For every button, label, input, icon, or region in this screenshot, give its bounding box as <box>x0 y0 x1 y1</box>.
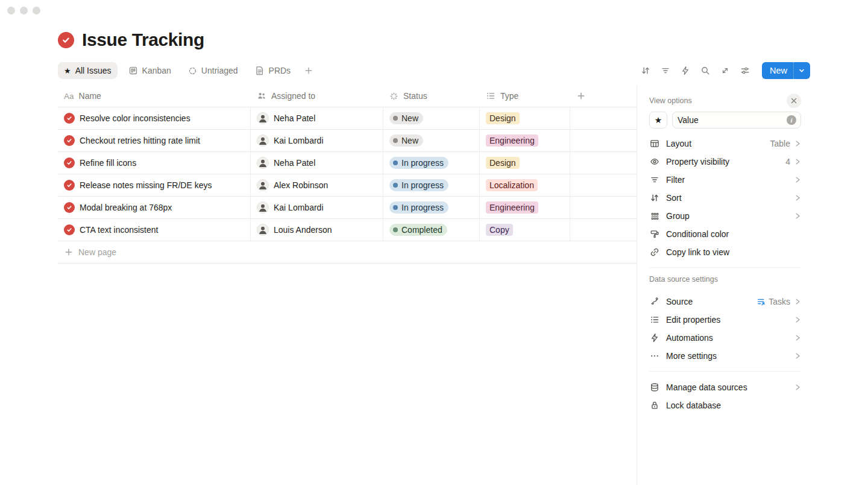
cell-empty[interactable] <box>570 152 637 174</box>
menu-item-label: Filter <box>666 175 790 185</box>
cell-status[interactable]: In progress <box>383 152 480 174</box>
filter-icon[interactable] <box>658 63 674 79</box>
view-tab-label: Kanban <box>142 66 171 75</box>
add-column-button[interactable] <box>570 85 637 107</box>
list-icon <box>650 315 659 325</box>
page-title[interactable]: Issue Tracking <box>82 30 204 50</box>
expand-icon[interactable] <box>717 63 734 79</box>
assignee-name: Neha Patel <box>274 158 315 168</box>
view-tab-untriaged[interactable]: Untriaged <box>182 62 244 79</box>
chevron-right-icon <box>794 194 801 201</box>
cell-status[interactable]: New <box>383 107 480 129</box>
menu-item-lock-database[interactable]: Lock database <box>649 396 801 414</box>
cell-empty[interactable] <box>570 107 637 129</box>
settings-sliders-icon[interactable] <box>737 63 753 79</box>
cell-status[interactable]: In progress <box>383 197 480 218</box>
cell-assigned-to[interactable]: Louis Anderson <box>251 219 383 241</box>
status-label: New <box>401 113 418 123</box>
new-button[interactable]: New <box>762 62 810 79</box>
view-tabs: ★All IssuesKanbanUntriagedPRDs <box>58 62 301 79</box>
plus-icon <box>304 66 313 75</box>
cell-name[interactable]: Release notes missing FR/DE keys <box>58 174 251 196</box>
cell-type[interactable]: Localization <box>480 174 570 196</box>
status-dot-icon <box>393 227 398 232</box>
sort-icon[interactable] <box>638 63 654 79</box>
cell-assigned-to[interactable]: Neha Patel <box>251 152 383 174</box>
avatar <box>257 224 269 236</box>
menu-item-filter[interactable]: Filter <box>649 171 801 189</box>
menu-item-manage-data-sources[interactable]: Manage data sources <box>649 378 801 396</box>
column-header-name[interactable]: AaName <box>58 85 251 107</box>
issue-title: CTA text inconsistent <box>80 225 158 235</box>
menu-item-automations[interactable]: Automations <box>649 329 801 347</box>
chevron-right-icon <box>794 316 801 323</box>
cell-name[interactable]: Refine fill icons <box>58 152 251 174</box>
menu-item-sort[interactable]: Sort <box>649 189 801 207</box>
cell-empty[interactable] <box>570 130 637 151</box>
cell-status[interactable]: In progress <box>383 174 480 196</box>
menu-item-value: Table <box>770 139 790 148</box>
column-header-type[interactable]: Type <box>480 85 570 107</box>
cell-status[interactable]: Completed <box>383 219 480 241</box>
menu-item-property-visibility[interactable]: Property visibility4 <box>649 153 801 171</box>
search-icon[interactable] <box>697 63 714 79</box>
view-name-input[interactable] <box>678 115 787 125</box>
column-header-label: Assigned to <box>271 91 315 101</box>
cell-type[interactable]: Engineering <box>480 197 570 218</box>
view-tab-all-issues[interactable]: ★All Issues <box>58 62 118 79</box>
assignee-name: Kai Lombardi <box>274 203 324 212</box>
table-row: CTA text inconsistentLouis AndersonCompl… <box>58 219 637 241</box>
info-icon[interactable]: i <box>787 115 796 125</box>
view-tab-kanban[interactable]: Kanban <box>122 62 177 79</box>
column-header-assigned-to[interactable]: Assigned to <box>251 85 383 107</box>
menu-item-conditional-color[interactable]: Conditional color <box>649 225 801 243</box>
status-label: In progress <box>401 158 444 168</box>
new-page-row[interactable]: New page <box>58 241 637 264</box>
panel-divider <box>649 267 801 268</box>
close-icon[interactable] <box>787 94 801 108</box>
type-tag: Design <box>486 157 520 169</box>
cell-empty[interactable] <box>570 197 637 218</box>
cell-type[interactable]: Engineering <box>480 130 570 151</box>
table-body: Resolve color inconsistenciesNeha PatelN… <box>58 107 637 241</box>
menu-item-source[interactable]: SourceTasks <box>649 293 801 311</box>
cell-empty[interactable] <box>570 174 637 196</box>
table-row: Refine fill iconsNeha PatelIn progressDe… <box>58 152 637 174</box>
column-header-label: Type <box>500 91 518 101</box>
menu-item-label: Lock database <box>666 401 790 410</box>
cell-assigned-to[interactable]: Kai Lombardi <box>251 197 383 218</box>
cell-name[interactable]: Checkout retries hitting rate limit <box>58 130 251 151</box>
menu-item-label: Group <box>666 211 790 221</box>
menu-item-copy-link-to-view[interactable]: Copy link to view <box>649 243 801 261</box>
window-minimize-button[interactable] <box>20 7 28 14</box>
cell-name[interactable]: CTA text inconsistent <box>58 219 251 241</box>
cell-type[interactable]: Design <box>480 152 570 174</box>
menu-item-more-settings[interactable]: More settings <box>649 347 801 365</box>
cell-type[interactable]: Design <box>480 107 570 129</box>
automations-icon[interactable] <box>678 63 694 79</box>
menu-item-layout[interactable]: LayoutTable <box>649 135 801 153</box>
cell-assigned-to[interactable]: Neha Patel <box>251 107 383 129</box>
chevron-down-icon[interactable] <box>793 62 810 79</box>
window-close-button[interactable] <box>7 7 15 14</box>
window-zoom-button[interactable] <box>33 7 40 14</box>
avatar <box>257 157 269 169</box>
toolbar-icons <box>638 63 753 79</box>
issue-title: Release notes missing FR/DE keys <box>80 180 212 190</box>
menu-item-edit-properties[interactable]: Edit properties <box>649 311 801 329</box>
cell-assigned-to[interactable]: Alex Robinson <box>251 174 383 196</box>
cell-name[interactable]: Resolve color inconsistencies <box>58 107 251 129</box>
chevron-right-icon <box>794 158 801 165</box>
cell-empty[interactable] <box>570 219 637 241</box>
cell-type[interactable]: Copy <box>480 219 570 241</box>
cell-status[interactable]: New <box>383 130 480 151</box>
check-badge-icon <box>58 32 74 48</box>
column-header-status[interactable]: Status <box>383 85 480 107</box>
view-tab-prds[interactable]: PRDs <box>249 62 297 79</box>
favorite-view-button[interactable]: ★ <box>649 112 667 128</box>
add-view-button[interactable] <box>301 63 316 78</box>
cell-assigned-to[interactable]: Kai Lombardi <box>251 130 383 151</box>
cell-name[interactable]: Modal breaking at 768px <box>58 197 251 218</box>
view-options-panel: View options ★ i LayoutTableProperty vis… <box>637 85 868 485</box>
menu-item-group[interactable]: Group <box>649 207 801 225</box>
